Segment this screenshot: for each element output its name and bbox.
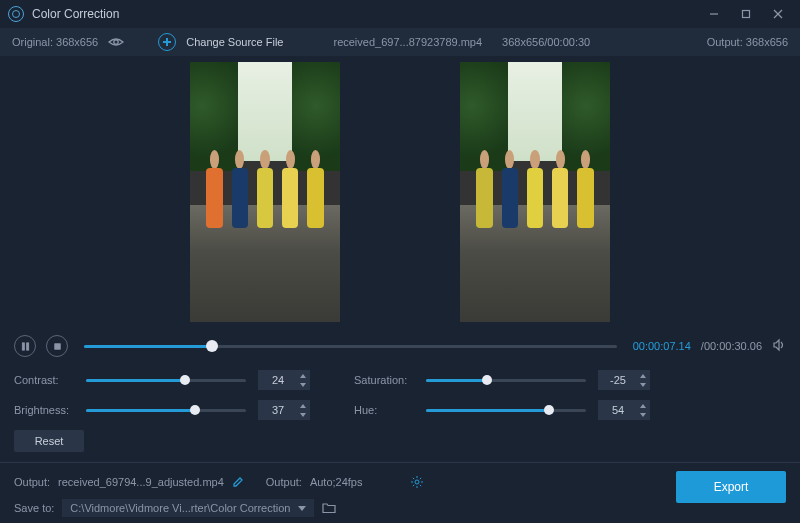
preview-toggle-icon[interactable]	[108, 36, 124, 48]
brightness-slider[interactable]	[86, 409, 246, 412]
settings-icon[interactable]	[410, 475, 424, 489]
source-file-name: received_697...87923789.mp4	[333, 36, 482, 48]
output-file-label: Output:	[14, 476, 50, 488]
add-file-button[interactable]	[158, 33, 176, 51]
save-to-label: Save to:	[14, 502, 54, 514]
time-total: /00:00:30.06	[701, 340, 762, 352]
output-file-value: received_69794...9_adjusted.mp4	[58, 476, 224, 488]
time-current: 00:00:07.14	[633, 340, 691, 352]
output-size-label: Output: 368x656	[707, 36, 788, 48]
spin-down-icon[interactable]	[637, 410, 649, 419]
stop-button[interactable]	[46, 335, 68, 357]
saturation-label: Saturation:	[354, 374, 414, 386]
spin-up-icon[interactable]	[637, 401, 649, 410]
svg-rect-1	[743, 11, 750, 18]
timeline-fill	[84, 345, 212, 348]
output-format-value: Auto;24fps	[310, 476, 363, 488]
pause-button[interactable]	[14, 335, 36, 357]
save-path-value: C:\Vidmore\Vidmore Vi...rter\Color Corre…	[70, 502, 290, 514]
output-format-label: Output:	[266, 476, 302, 488]
spin-up-icon[interactable]	[297, 401, 309, 410]
contrast-input[interactable]: 24	[258, 370, 310, 390]
timeline-slider[interactable]	[84, 345, 617, 348]
spin-down-icon[interactable]	[637, 380, 649, 389]
timeline-thumb[interactable]	[206, 340, 218, 352]
svg-point-10	[415, 480, 419, 484]
spin-down-icon[interactable]	[297, 380, 309, 389]
svg-rect-9	[54, 343, 59, 348]
chevron-down-icon[interactable]	[298, 506, 306, 511]
saturation-input[interactable]: -25	[598, 370, 650, 390]
brightness-label: Brightness:	[14, 404, 74, 416]
source-file-meta: 368x656/00:00:30	[502, 36, 590, 48]
svg-rect-7	[22, 342, 24, 349]
app-logo-icon	[8, 6, 24, 22]
hue-slider[interactable]	[426, 409, 586, 412]
svg-rect-8	[26, 342, 28, 349]
maximize-button[interactable]	[732, 4, 760, 24]
hue-input[interactable]: 54	[598, 400, 650, 420]
minimize-button[interactable]	[700, 4, 728, 24]
hue-label: Hue:	[354, 404, 414, 416]
spin-up-icon[interactable]	[637, 371, 649, 380]
preview-original	[190, 62, 340, 322]
contrast-slider[interactable]	[86, 379, 246, 382]
spin-up-icon[interactable]	[297, 371, 309, 380]
reset-button[interactable]: Reset	[14, 430, 84, 452]
edit-output-icon[interactable]	[232, 476, 244, 488]
preview-output	[460, 62, 610, 322]
brightness-input[interactable]: 37	[258, 400, 310, 420]
save-path-box[interactable]: C:\Vidmore\Vidmore Vi...rter\Color Corre…	[62, 499, 314, 517]
open-folder-icon[interactable]	[322, 502, 336, 514]
window-title: Color Correction	[32, 7, 700, 21]
svg-point-4	[114, 40, 118, 44]
contrast-label: Contrast:	[14, 374, 74, 386]
original-size-label: Original: 368x656	[12, 36, 98, 48]
saturation-slider[interactable]	[426, 379, 586, 382]
export-button[interactable]: Export	[676, 471, 786, 503]
change-source-label[interactable]: Change Source File	[186, 36, 283, 48]
close-button[interactable]	[764, 4, 792, 24]
preview-area	[0, 56, 800, 328]
volume-icon[interactable]	[772, 338, 786, 354]
spin-down-icon[interactable]	[297, 410, 309, 419]
